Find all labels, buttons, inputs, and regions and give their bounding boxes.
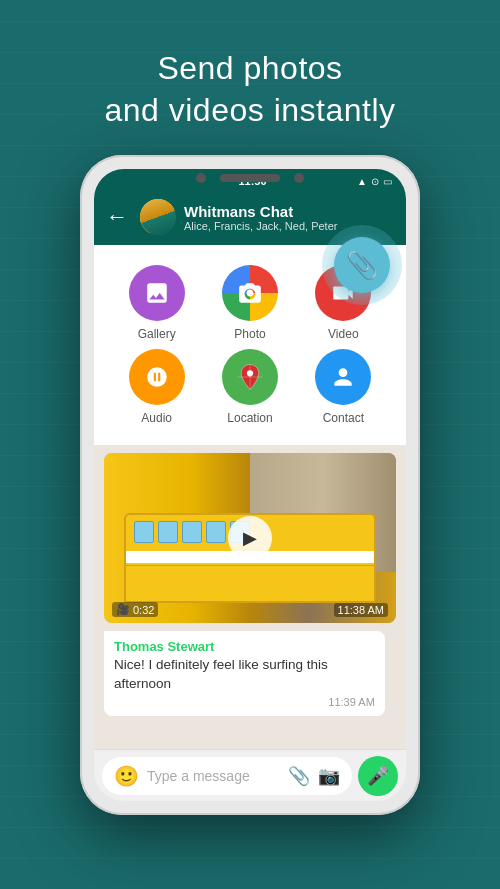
- mic-icon: 🎤: [367, 765, 389, 787]
- battery-icon: ▭: [383, 176, 392, 187]
- video-duration: 🎥 0:32: [112, 602, 158, 617]
- location-attach-item[interactable]: Location: [203, 349, 296, 425]
- video-label: Video: [328, 327, 358, 341]
- contact-label: Contact: [323, 411, 364, 425]
- phone-outer-shell: 11:50 ▲ ⊙ ▭ ← Whitmans Chat Alice,: [80, 155, 420, 815]
- phone-screen: 11:50 ▲ ⊙ ▭ ← Whitmans Chat Alice,: [94, 169, 406, 801]
- paperclip-icon: 📎: [346, 250, 378, 281]
- contact-attach-item[interactable]: Contact: [297, 349, 390, 425]
- video-message-bubble[interactable]: ▶ 🎥 0:32 11:38 AM: [104, 453, 396, 623]
- input-placeholder: Type a message: [147, 768, 280, 784]
- audio-attach-item[interactable]: Audio: [110, 349, 203, 425]
- signal-icon: ▲: [357, 176, 367, 187]
- video-timestamp: 11:38 AM: [334, 603, 388, 617]
- proximity-sensor: [294, 173, 304, 183]
- speaker-bar: [220, 174, 280, 182]
- location-label: Location: [227, 411, 272, 425]
- location-icon: [222, 349, 278, 405]
- header-line1: Send photos: [104, 48, 395, 90]
- chat-body: ▶ 🎥 0:32 11:38 AM Thomas Stewart Nice! I…: [94, 445, 406, 749]
- video-camera-icon: 🎥: [116, 603, 130, 616]
- phone-mockup: 11:50 ▲ ⊙ ▭ ← Whitmans Chat Alice,: [80, 155, 420, 815]
- emoji-icon[interactable]: 🙂: [114, 764, 139, 788]
- status-icons: ▲ ⊙ ▭: [357, 176, 392, 187]
- gallery-attach-item[interactable]: Gallery: [110, 265, 203, 341]
- camera-sensor: [196, 173, 206, 183]
- message-sender: Thomas Stewart: [114, 639, 375, 654]
- chat-title: Whitmans Chat: [184, 203, 394, 220]
- audio-icon: [129, 349, 185, 405]
- gallery-label: Gallery: [138, 327, 176, 341]
- message-input-field[interactable]: 🙂 Type a message 📎 📷: [102, 757, 352, 795]
- header-line2: and videos instantly: [104, 90, 395, 132]
- contact-icon: [315, 349, 371, 405]
- attachment-fab-button[interactable]: 📎: [334, 237, 390, 293]
- camera-icon-small[interactable]: 📷: [318, 765, 340, 787]
- mic-button[interactable]: 🎤: [358, 756, 398, 796]
- attachment-popup: 📎 Gallery: [94, 245, 406, 445]
- chat-avatar: [140, 199, 176, 235]
- message-text: Nice! I definitely feel like surfing thi…: [114, 656, 375, 694]
- audio-label: Audio: [141, 411, 172, 425]
- back-button[interactable]: ←: [106, 204, 128, 230]
- photo-icon: [222, 265, 278, 321]
- page-header: Send photos and videos instantly: [104, 48, 395, 131]
- chat-input-bar: 🙂 Type a message 📎 📷 🎤: [94, 749, 406, 801]
- play-button[interactable]: ▶: [228, 516, 272, 560]
- photo-label: Photo: [234, 327, 265, 341]
- photo-attach-item[interactable]: Photo: [203, 265, 296, 341]
- message-time: 11:39 AM: [114, 696, 375, 708]
- attach-icon-small[interactable]: 📎: [288, 765, 310, 787]
- text-message-bubble: Thomas Stewart Nice! I definitely feel l…: [104, 631, 385, 716]
- wifi-icon: ⊙: [371, 176, 379, 187]
- gallery-icon: [129, 265, 185, 321]
